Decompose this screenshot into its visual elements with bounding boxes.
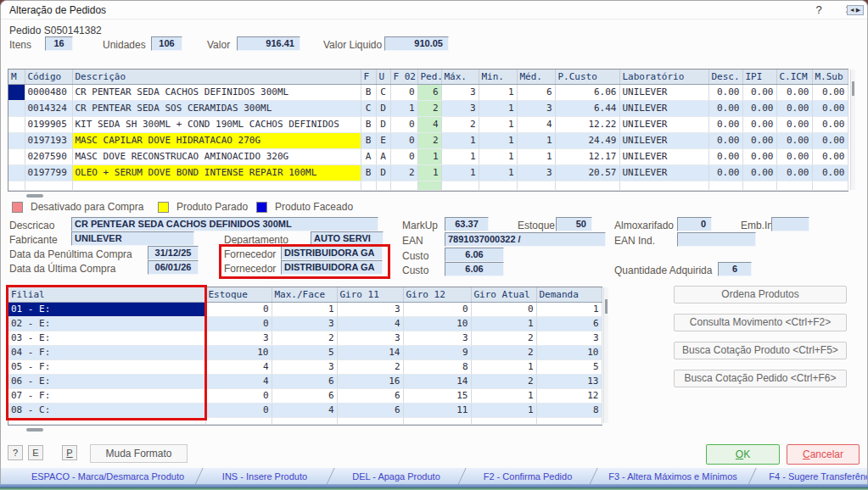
fornecedor1-label: Fornecedor <box>224 248 276 260</box>
statusbar-item[interactable]: ESPACO - Marca/Desmarca Produto <box>23 468 193 485</box>
valor-liquido-field[interactable]: 910.05 <box>384 36 449 51</box>
muda-formato-button[interactable]: Muda Formato <box>90 444 188 463</box>
cell-desc: 0.00 <box>708 164 742 181</box>
help-mini-button[interactable]: ? <box>8 445 23 460</box>
cell-max: 1 <box>441 132 479 148</box>
statusbar-item[interactable]: INS - Insere Produto <box>205 468 324 485</box>
statusbar-item[interactable]: F2 - Confirma Pedido <box>468 468 587 485</box>
departamento-field[interactable]: AUTO SERVI <box>311 231 384 246</box>
cell-msub: 0.00 <box>812 84 848 100</box>
ordena-produtos-button[interactable]: Ordena Produtos <box>674 286 847 303</box>
fornecedor2-field[interactable]: DISTRIBUIDORA GA <box>281 260 383 275</box>
cell-desc: 0.00 <box>708 132 742 148</box>
cell-cicm: 0.00 <box>776 164 812 181</box>
cell-cicm: 0.00 <box>776 116 812 132</box>
markup-field[interactable]: 63.37 <box>445 217 489 231</box>
cell-cicm: 0.00 <box>776 132 812 148</box>
products-vertical-scrollbar[interactable] <box>850 70 855 190</box>
markup-label: MarkUp <box>402 220 438 231</box>
cell-f02: 0 <box>390 84 417 100</box>
cell-giro12: 14 <box>403 374 471 388</box>
product-row[interactable]: 0197193MASC CAPILAR DOVE HIDRATACAO 270G… <box>8 132 848 148</box>
statusbar-item[interactable]: F3 - Altera Máximos e Mínimos <box>600 468 746 485</box>
penultima-compra-field[interactable]: 31/12/25 <box>148 246 199 260</box>
product-row[interactable]: 0207590MASC DOVE RECONSTRUCAO AMINOACIDO… <box>8 148 848 164</box>
ean-field[interactable]: 7891037000322 / <box>445 232 606 247</box>
cell-filial: 01 - E: <box>8 302 205 316</box>
estoque-field[interactable]: 50 <box>556 217 592 231</box>
filial-row[interactable]: 03 - E:323323 <box>8 331 602 345</box>
titlebar: Alteração de Pedidos ? ✕ <box>1 1 867 19</box>
almoxarifado-field[interactable]: 0 <box>677 217 712 231</box>
cell-demanda: 3 <box>536 331 602 345</box>
cell-desc: 0.00 <box>708 116 742 132</box>
statusbar-item[interactable]: DEL - Apaga Produto <box>337 468 456 485</box>
filial-row[interactable]: 02 - E:0341016 <box>8 316 602 331</box>
ultima-compra-field[interactable]: 06/01/26 <box>148 260 199 275</box>
cell-min: 1 <box>479 116 517 132</box>
filial-row[interactable]: 01 - E:013001 <box>8 302 602 316</box>
column-header-estoque: Estoque <box>205 287 272 302</box>
cell-msub: 0.00 <box>812 132 848 148</box>
filial-row[interactable]: 06 - E:461614213 <box>8 374 602 388</box>
column-header-filial: Filial <box>8 287 205 302</box>
cell-giro11: 3 <box>337 331 403 345</box>
cell-demanda: 5 <box>536 359 602 374</box>
filial-row[interactable]: 07 - F:06615112 <box>8 388 602 403</box>
cell-med: 6 <box>517 84 555 100</box>
filial-vertical-scrollbar[interactable] <box>603 287 608 423</box>
filial-row[interactable]: 04 - F:105149210 <box>8 345 602 359</box>
quantidade-adquirida-field[interactable]: 6 <box>718 262 752 276</box>
cell-filial: 02 - E: <box>8 316 205 331</box>
legend-label: Produto Parado <box>176 201 248 213</box>
product-row[interactable]: 0199905KIT SEDA SH 300ML + COND 190ML CA… <box>8 116 848 132</box>
unidades-field[interactable]: 106 <box>151 36 182 51</box>
cell-demanda: 6 <box>536 316 602 331</box>
cell-ipi: 0.00 <box>742 148 776 164</box>
filial-horizontal-scrollbar[interactable] <box>26 428 43 432</box>
fabricante-field[interactable]: UNILEVER <box>71 231 194 246</box>
cell-estoque: 0 <box>205 388 272 403</box>
itens-field[interactable]: 16 <box>45 36 73 51</box>
custo1-label: Custo <box>402 250 428 262</box>
cell-f02: 0 <box>390 148 417 164</box>
custo1-field[interactable]: 6.06 <box>445 248 504 262</box>
product-row-empty <box>8 181 848 190</box>
busca-cotacao-produto-button[interactable]: Busca Cotação Produto <Ctrl+F5> <box>674 342 847 359</box>
cell-ped: 1 <box>417 148 441 164</box>
statusbar: ESPACO - Marca/Desmarca ProdutoINS - Ins… <box>1 468 868 485</box>
ok-button[interactable]: OK <box>706 444 780 465</box>
product-row[interactable]: 0014324CR PENTEAR SEDA SOS CERAMIDAS 300… <box>8 100 848 116</box>
busca-cotacao-pedido-button[interactable]: Busca Cotação Pedido <Ctrl+F6> <box>674 370 847 387</box>
cell-ped: 2 <box>417 100 441 116</box>
custo2-field[interactable]: 6.06 <box>445 262 504 276</box>
cell-codigo: 0197799 <box>25 164 72 181</box>
products-horizontal-scrollbar[interactable] <box>26 194 43 198</box>
e-mini-button[interactable]: E <box>28 445 43 460</box>
cancelar-button[interactable]: Cancelar <box>787 444 860 465</box>
valor-field[interactable]: 916.41 <box>237 36 300 51</box>
emb-ind-field[interactable] <box>771 217 809 231</box>
help-icon[interactable]: ? <box>808 3 830 18</box>
fornecedor1-field[interactable]: DISTRIBUIDORA GA <box>281 246 383 260</box>
cell-giro11: 3 <box>337 302 403 316</box>
p-mini-button[interactable]: P <box>62 445 77 460</box>
product-row[interactable]: 0000480CR PENTEAR SEDA CACHOS DEFINIDOS … <box>8 84 848 100</box>
cell-estoque: 0 <box>205 302 272 316</box>
column-header-maxface: Max./Face <box>272 287 337 302</box>
cell-f02: 2 <box>390 164 417 181</box>
filial-row[interactable]: 05 - F:432815 <box>8 359 602 374</box>
statusbar-item[interactable]: F4 - Sugere Transferências <box>759 468 868 485</box>
consulta-movimento-button[interactable]: Consulta Movimento <Ctrl+F2> <box>674 314 847 331</box>
cell-demanda: 12 <box>536 388 602 403</box>
product-row[interactable]: 0197799OLEO + SERUM DOVE BOND INTENSE RE… <box>8 164 848 181</box>
cell-desc: 0.00 <box>708 148 742 164</box>
descricao-field[interactable]: CR PENTEAR SEDA CACHOS DEFINIDOS 300ML <box>71 217 378 231</box>
statusbar-scroll-arrows[interactable]: ◄▶ <box>847 5 864 15</box>
cell-estoque: 3 <box>205 331 272 345</box>
ean-ind-field[interactable] <box>677 232 756 247</box>
column-header-m: M <box>8 70 25 84</box>
cell-lab: UNILEVER <box>619 100 708 116</box>
filial-row[interactable]: 08 - C:0461118 <box>8 403 602 417</box>
alteracao-de-pedidos-dialog: Alteração de Pedidos ? ✕ Pedido S0501413… <box>0 0 868 485</box>
